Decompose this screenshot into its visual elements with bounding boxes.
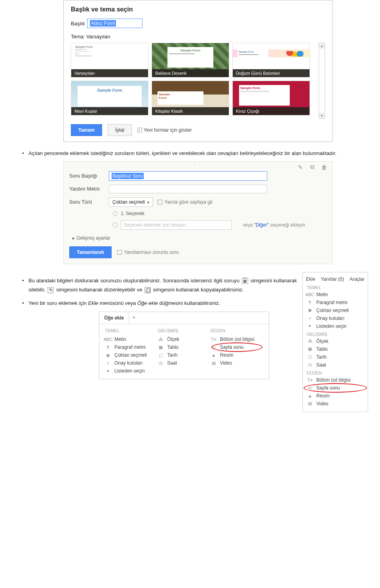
add-item-dropdown-arrow[interactable]: ▾ — [129, 312, 139, 324]
clock-icon: ◷ — [307, 362, 313, 368]
menu-yanitlar[interactable]: Yanıtlar (0) — [321, 276, 344, 282]
section-layout: DÜZEN — [211, 328, 263, 333]
goto-page-label: Yanıta göre sayfaya git — [164, 199, 213, 205]
pagebreak-icon: ▭ — [211, 345, 217, 350]
theme-caption: Kiraz Çiçeği — [233, 107, 310, 115]
menu-time[interactable]: ◷Saat — [158, 359, 210, 367]
rp-text[interactable]: ABCMetin — [303, 291, 368, 299]
menu-scale[interactable]: ⁂Ölçek — [158, 335, 210, 343]
theme-option-default[interactable]: Sample Form Sample Form Text Varsayılan — [71, 43, 148, 78]
rp-checkboxes[interactable]: ✓Onay kutuları — [303, 314, 368, 322]
add-item-button[interactable]: Öğe ekle — [99, 312, 129, 324]
scale-icon: ⁂ — [307, 338, 313, 344]
dialog-title: Başlık ve tema seçin — [71, 6, 325, 13]
menu-date[interactable]: ▢Tarih — [158, 351, 210, 359]
cancel-button[interactable]: İptal — [108, 124, 132, 136]
grid-icon: ▦ — [307, 346, 313, 352]
scale-icon: ⁂ — [158, 337, 164, 342]
menu-text[interactable]: ABCMetin — [105, 335, 158, 343]
rp-list[interactable]: ▾Listeden seçin — [303, 322, 368, 330]
sample-form-label: Sample Form — [78, 86, 142, 106]
menu-ekle[interactable]: Ekle — [306, 276, 315, 282]
insert-menu-panel: Ekle Yanıtlar (0) Araçlar TEMEL ABCMetin… — [302, 272, 368, 412]
menu-list[interactable]: ▾Listeden seçin — [105, 367, 158, 375]
question-type-dropdown[interactable]: Çoktan seçmeli — [109, 197, 153, 207]
show-new-forms-label: Yeni formlar için göster — [144, 127, 192, 133]
theme-caption: Doğum Günü Balonları — [233, 69, 310, 77]
ok-button[interactable]: Tamam — [71, 124, 102, 136]
menu-section-header[interactable]: T≡Bölüm üst bilgisi — [211, 335, 263, 343]
rp-time[interactable]: ◷Saat — [303, 361, 368, 369]
help-text-label: Yardım Metni — [69, 186, 109, 192]
theme-dialog: Başlık ve tema seçin Başlık Adsız Form T… — [63, 0, 332, 142]
question-editor-panel: ⋮⋮⋮⋮ ✎ ⧉ 🗑 Soru Başlığı Başlıksız Soru Y… — [63, 161, 332, 264]
theme-option-books[interactable]: SampleForm Kitaplar Klasik — [152, 81, 229, 115]
scroll-up-arrow[interactable]: ▴ — [319, 43, 325, 49]
doc-paragraph-3: Yeni bir soru eklemek için Ekle menüsünü… — [20, 299, 297, 308]
menu-grid[interactable]: ▦Tablo — [158, 343, 210, 351]
radio-icon: ◉ — [105, 353, 111, 358]
theme-caption: Kitaplar Klasik — [152, 107, 229, 115]
option-1-label[interactable]: 1. Seçenek — [121, 211, 144, 216]
add-option-input[interactable]: Seçenek eklemek için tıklayın — [121, 220, 232, 230]
theme-option-balloons[interactable]: Sample Form Doğum Günü Balonları — [232, 43, 310, 78]
show-new-forms-checkbox[interactable]: ✓ Yeni formlar için göster — [137, 127, 192, 133]
add-other-hint: veya "Diğer" seçeneği ekleyin — [243, 222, 305, 228]
help-text-input[interactable] — [109, 185, 267, 193]
required-checkbox[interactable]: Yanıtlanması zorunlu soru — [117, 250, 179, 255]
done-button[interactable]: Tamamlandı — [69, 246, 112, 258]
menu-paragraph[interactable]: ¶Paragraf metni — [105, 343, 158, 351]
doc-paragraph-2: Bu alandaki bilgileri doldurarak sorunuz… — [20, 276, 297, 295]
video-icon: ▤ — [307, 401, 313, 406]
rp-paragraph[interactable]: ¶Paragraf metni — [303, 299, 368, 306]
rp-multiplechoice[interactable]: ◉Çoktan seçmeli — [303, 306, 368, 314]
menu-video[interactable]: ▤Video — [211, 359, 263, 367]
edit-icon[interactable]: ✎ — [296, 163, 304, 171]
section-advanced: GELİŞMİŞ — [158, 328, 210, 333]
image-icon: ▲ — [307, 393, 313, 399]
drag-handle-icon[interactable]: ⋮⋮⋮⋮ — [188, 163, 207, 168]
rp-pagebreak[interactable]: ▭Sayfa sonu — [303, 384, 368, 392]
pagebreak-icon: ▭ — [307, 385, 313, 391]
rp-scale[interactable]: ⁂Ölçek — [303, 337, 368, 345]
header-icon: T≡ — [307, 377, 313, 383]
theme-label: Tema: Varsayılan — [71, 34, 325, 40]
menu-page-break[interactable]: ▭Sayfa sonu — [211, 343, 263, 351]
question-title-input[interactable]: Başlıksız Soru — [109, 171, 267, 181]
trash-icon — [242, 278, 248, 284]
goto-page-checkbox[interactable]: Yanıta göre sayfaya git — [158, 199, 213, 205]
rp-video[interactable]: ▤Video — [303, 400, 368, 408]
theme-scrollbar[interactable]: ▴ ▾ — [319, 43, 325, 119]
checkbox-icon — [117, 250, 122, 255]
theme-option-cherry[interactable]: Sample Form Kiraz Çiçeği — [232, 81, 310, 115]
text-icon: ABC — [307, 292, 313, 297]
advanced-settings-toggle[interactable]: Gelişmiş ayarlar — [72, 235, 327, 241]
menu-image[interactable]: ▲Resim — [211, 351, 263, 359]
paragraph-icon: ¶ — [105, 345, 111, 350]
menu-araclar[interactable]: Araçlar — [350, 276, 365, 282]
checkbox-icon: ✓ — [137, 128, 142, 132]
rp-date[interactable]: ▢Tarih — [303, 353, 368, 361]
menu-multiple-choice[interactable]: ◉Çoktan seçmeli — [105, 351, 158, 359]
add-other-link[interactable]: "Diğer" — [254, 222, 269, 228]
header-icon: T≡ — [211, 337, 217, 342]
section-basic: TEMEL — [303, 284, 368, 291]
theme-option-diamonds[interactable]: Sample Form Baklava Desenli — [152, 43, 229, 78]
radio-icon[interactable] — [113, 211, 118, 216]
delete-icon[interactable]: 🗑 — [320, 163, 328, 171]
theme-grid: Sample Form Sample Form Text Varsayılan … — [71, 43, 316, 119]
theme-option-bluebirds[interactable]: Sample Form Mavi Kuşlar — [71, 81, 148, 115]
radio-icon[interactable] — [113, 223, 118, 227]
checkbox-icon — [158, 200, 162, 204]
rp-image[interactable]: ▲Resim — [303, 392, 368, 400]
rp-sectionheader[interactable]: T≡Bölüm üst bilgisi — [303, 376, 368, 384]
add-item-popup: Öğe ekle ▾ TEMEL ABCMetin ¶Paragraf metn… — [99, 312, 269, 379]
scroll-down-arrow[interactable]: ▾ — [319, 113, 325, 118]
duplicate-icon[interactable]: ⧉ — [308, 163, 316, 171]
question-title-label: Soru Başlığı — [69, 173, 109, 179]
rp-grid[interactable]: ▦Tablo — [303, 345, 368, 353]
section-layout: DÜZEN — [303, 369, 368, 376]
menu-checkboxes[interactable]: ✓Onay kutuları — [105, 359, 158, 367]
title-input[interactable]: Adsız Form — [87, 19, 142, 28]
doc-paragraph-1: Açılan pencerede eklemek istediğiniz sor… — [20, 150, 368, 157]
